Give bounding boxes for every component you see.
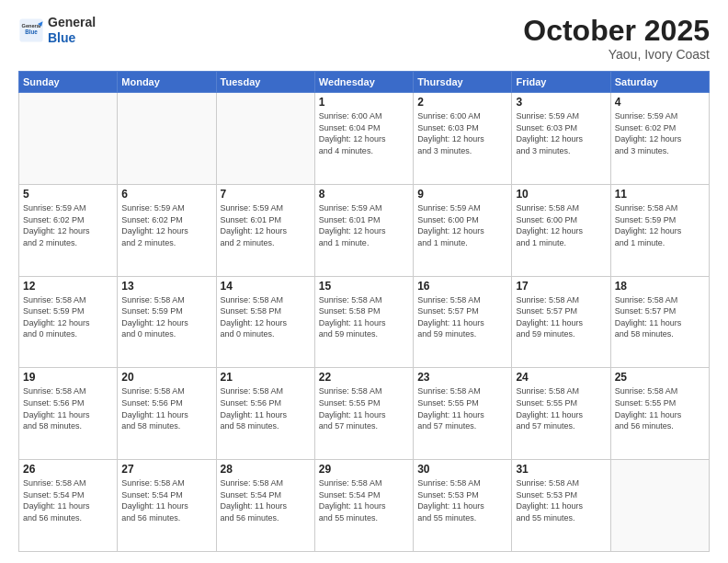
day-info: Sunrise: 5:58 AM Sunset: 5:54 PM Dayligh…: [221, 477, 311, 523]
day-info: Sunrise: 5:58 AM Sunset: 5:57 PM Dayligh…: [516, 294, 606, 340]
day-info: Sunrise: 5:58 AM Sunset: 5:54 PM Dayligh…: [319, 477, 409, 523]
calendar-cell: 15Sunrise: 5:58 AM Sunset: 5:58 PM Dayli…: [314, 276, 413, 368]
calendar-cell: 8Sunrise: 5:59 AM Sunset: 6:01 PM Daylig…: [314, 184, 413, 276]
day-info: Sunrise: 5:58 AM Sunset: 5:59 PM Dayligh…: [23, 294, 113, 340]
calendar-cell: [216, 93, 314, 185]
logo-text: General Blue: [48, 15, 96, 46]
day-number: 8: [319, 188, 409, 201]
calendar-week-3: 19Sunrise: 5:58 AM Sunset: 5:56 PM Dayli…: [19, 368, 710, 460]
calendar-cell: 30Sunrise: 5:58 AM Sunset: 5:53 PM Dayli…: [414, 460, 512, 552]
day-info: Sunrise: 5:59 AM Sunset: 6:01 PM Dayligh…: [319, 202, 409, 248]
day-number: 31: [516, 463, 606, 476]
calendar-cell: 7Sunrise: 5:59 AM Sunset: 6:01 PM Daylig…: [216, 184, 314, 276]
calendar-header-thursday: Thursday: [414, 72, 512, 93]
day-info: Sunrise: 5:58 AM Sunset: 5:55 PM Dayligh…: [516, 385, 606, 431]
day-info: Sunrise: 5:58 AM Sunset: 5:54 PM Dayligh…: [23, 477, 113, 523]
day-info: Sunrise: 6:00 AM Sunset: 6:04 PM Dayligh…: [319, 110, 409, 156]
day-number: 23: [417, 371, 507, 384]
day-number: 13: [121, 280, 211, 293]
calendar-cell: 26Sunrise: 5:58 AM Sunset: 5:54 PM Dayli…: [19, 460, 118, 552]
logo-blue: Blue: [48, 30, 75, 45]
calendar-week-2: 12Sunrise: 5:58 AM Sunset: 5:59 PM Dayli…: [19, 276, 710, 368]
calendar-cell: 25Sunrise: 5:58 AM Sunset: 5:55 PM Dayli…: [610, 368, 709, 460]
calendar-week-1: 5Sunrise: 5:59 AM Sunset: 6:02 PM Daylig…: [19, 184, 710, 276]
day-number: 3: [516, 96, 606, 109]
day-number: 1: [319, 96, 409, 109]
header: General Blue General Blue October 2025 Y…: [18, 15, 710, 62]
calendar-cell: 24Sunrise: 5:58 AM Sunset: 5:55 PM Dayli…: [512, 368, 610, 460]
day-info: Sunrise: 5:58 AM Sunset: 5:59 PM Dayligh…: [121, 294, 211, 340]
day-info: Sunrise: 5:58 AM Sunset: 5:58 PM Dayligh…: [221, 294, 311, 340]
day-number: 17: [516, 280, 606, 293]
day-info: Sunrise: 5:58 AM Sunset: 5:54 PM Dayligh…: [121, 477, 211, 523]
day-info: Sunrise: 5:58 AM Sunset: 5:55 PM Dayligh…: [319, 385, 409, 431]
calendar-cell: 10Sunrise: 5:58 AM Sunset: 6:00 PM Dayli…: [512, 184, 610, 276]
calendar-cell: 20Sunrise: 5:58 AM Sunset: 5:56 PM Dayli…: [118, 368, 216, 460]
day-number: 25: [615, 371, 705, 384]
calendar-header-sunday: Sunday: [19, 72, 118, 93]
day-number: 18: [615, 280, 705, 293]
day-number: 26: [23, 463, 113, 476]
calendar-cell: 16Sunrise: 5:58 AM Sunset: 5:57 PM Dayli…: [414, 276, 512, 368]
calendar-cell: 19Sunrise: 5:58 AM Sunset: 5:56 PM Dayli…: [19, 368, 118, 460]
calendar-cell: 4Sunrise: 5:59 AM Sunset: 6:02 PM Daylig…: [610, 93, 709, 185]
calendar-cell: 31Sunrise: 5:58 AM Sunset: 5:53 PM Dayli…: [512, 460, 610, 552]
svg-text:Blue: Blue: [25, 29, 38, 35]
calendar-cell: 28Sunrise: 5:58 AM Sunset: 5:54 PM Dayli…: [216, 460, 314, 552]
day-info: Sunrise: 5:58 AM Sunset: 5:53 PM Dayligh…: [516, 477, 606, 523]
calendar-header-saturday: Saturday: [610, 72, 709, 93]
calendar-week-4: 26Sunrise: 5:58 AM Sunset: 5:54 PM Dayli…: [19, 460, 710, 552]
calendar-cell: 5Sunrise: 5:59 AM Sunset: 6:02 PM Daylig…: [19, 184, 118, 276]
day-number: 28: [221, 463, 311, 476]
day-info: Sunrise: 5:59 AM Sunset: 6:01 PM Dayligh…: [221, 202, 311, 248]
calendar-cell: 22Sunrise: 5:58 AM Sunset: 5:55 PM Dayli…: [314, 368, 413, 460]
day-info: Sunrise: 5:59 AM Sunset: 6:02 PM Dayligh…: [23, 202, 113, 248]
calendar-cell: 14Sunrise: 5:58 AM Sunset: 5:58 PM Dayli…: [216, 276, 314, 368]
day-number: 5: [23, 188, 113, 201]
day-number: 12: [23, 280, 113, 293]
logo-general: General: [48, 15, 96, 29]
calendar-cell: 27Sunrise: 5:58 AM Sunset: 5:54 PM Dayli…: [118, 460, 216, 552]
day-info: Sunrise: 5:58 AM Sunset: 5:56 PM Dayligh…: [23, 385, 113, 431]
calendar-cell: 18Sunrise: 5:58 AM Sunset: 5:57 PM Dayli…: [610, 276, 709, 368]
day-info: Sunrise: 5:59 AM Sunset: 6:03 PM Dayligh…: [516, 110, 606, 156]
calendar-cell: 29Sunrise: 5:58 AM Sunset: 5:54 PM Dayli…: [314, 460, 413, 552]
day-info: Sunrise: 5:58 AM Sunset: 5:56 PM Dayligh…: [121, 385, 211, 431]
calendar-header-friday: Friday: [512, 72, 610, 93]
calendar-cell: [19, 93, 118, 185]
day-info: Sunrise: 5:58 AM Sunset: 5:53 PM Dayligh…: [417, 477, 507, 523]
logo-icon: General Blue: [18, 17, 44, 43]
day-number: 27: [121, 463, 211, 476]
month-title: October 2025: [523, 15, 710, 47]
calendar-cell: 13Sunrise: 5:58 AM Sunset: 5:59 PM Dayli…: [118, 276, 216, 368]
day-number: 19: [23, 371, 113, 384]
day-number: 16: [417, 280, 507, 293]
day-info: Sunrise: 5:59 AM Sunset: 6:02 PM Dayligh…: [615, 110, 705, 156]
calendar-cell: 3Sunrise: 5:59 AM Sunset: 6:03 PM Daylig…: [512, 93, 610, 185]
calendar-cell: 6Sunrise: 5:59 AM Sunset: 6:02 PM Daylig…: [118, 184, 216, 276]
page: General Blue General Blue October 2025 Y…: [0, 0, 728, 563]
calendar-header-wednesday: Wednesday: [314, 72, 413, 93]
day-number: 21: [221, 371, 311, 384]
day-number: 7: [221, 188, 311, 201]
calendar-cell: [118, 93, 216, 185]
day-info: Sunrise: 5:58 AM Sunset: 5:59 PM Dayligh…: [615, 202, 705, 248]
day-number: 14: [221, 280, 311, 293]
calendar-cell: 1Sunrise: 6:00 AM Sunset: 6:04 PM Daylig…: [314, 93, 413, 185]
day-info: Sunrise: 5:58 AM Sunset: 5:57 PM Dayligh…: [417, 294, 507, 340]
day-info: Sunrise: 5:59 AM Sunset: 6:00 PM Dayligh…: [417, 202, 507, 248]
calendar-header-row: SundayMondayTuesdayWednesdayThursdayFrid…: [19, 72, 710, 93]
day-number: 4: [615, 96, 705, 109]
calendar-header-tuesday: Tuesday: [216, 72, 314, 93]
title-block: October 2025 Yaou, Ivory Coast: [523, 15, 710, 62]
day-number: 10: [516, 188, 606, 201]
calendar-table: SundayMondayTuesdayWednesdayThursdayFrid…: [18, 71, 710, 552]
calendar-week-0: 1Sunrise: 6:00 AM Sunset: 6:04 PM Daylig…: [19, 93, 710, 185]
calendar-header-monday: Monday: [118, 72, 216, 93]
day-number: 15: [319, 280, 409, 293]
calendar-cell: 2Sunrise: 6:00 AM Sunset: 6:03 PM Daylig…: [414, 93, 512, 185]
day-number: 22: [319, 371, 409, 384]
day-number: 9: [417, 188, 507, 201]
day-info: Sunrise: 5:58 AM Sunset: 5:55 PM Dayligh…: [615, 385, 705, 431]
day-info: Sunrise: 5:58 AM Sunset: 6:00 PM Dayligh…: [516, 202, 606, 248]
